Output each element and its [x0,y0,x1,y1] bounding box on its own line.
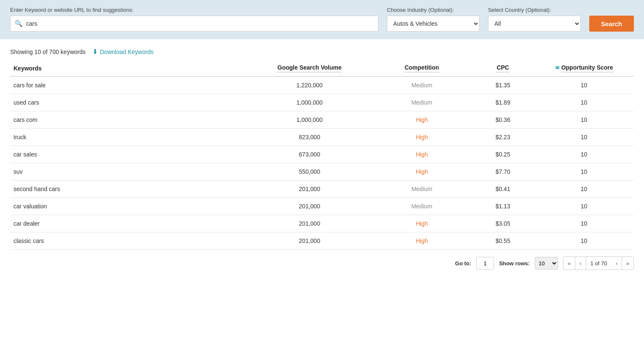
cell-competition: High [372,129,472,146]
table-row: car valuation 201,000 Medium $1.13 10 [10,198,634,215]
cell-volume: 201,000 [247,181,372,198]
show-rows-select[interactable]: 5 10 25 50 100 [535,257,558,270]
cell-competition: High [372,146,472,163]
cell-keyword: car sales [10,146,247,163]
opportunity-wave-icon: ≋ [555,65,560,71]
country-group: Select Country (Optional): All United St… [488,7,581,32]
cell-volume: 1,000,000 [247,111,372,129]
cell-competition: High [372,111,472,129]
cell-competition: Medium [372,76,472,94]
cell-competition: Medium [372,198,472,215]
keyword-input-wrap: 🔍 [10,16,378,32]
search-magnifier-icon: 🔍 [15,20,23,27]
cell-opportunity: 10 [534,232,634,250]
page-nav: « ‹ 1 of 70 › » [563,256,634,270]
table-row: truck 823,000 High $2.23 10 [10,129,634,146]
cell-competition: Medium [372,181,472,198]
cell-opportunity: 10 [534,215,634,232]
cell-keyword: second hand cars [10,181,247,198]
cell-keyword: car valuation [10,198,247,215]
table-row: second hand cars 201,000 Medium $0.41 10 [10,181,634,198]
keyword-field-group: Enter Keyword or website URL to find sug… [10,7,378,32]
table-header-row: Keywords Google Search Volume Competitio… [10,60,634,76]
download-icon: ⬇ [92,48,98,56]
search-bar: Enter Keyword or website URL to find sug… [0,0,644,39]
cell-opportunity: 10 [534,129,634,146]
cell-volume: 1,000,000 [247,94,372,111]
keywords-table: Keywords Google Search Volume Competitio… [10,60,634,250]
keyword-input[interactable] [26,20,374,27]
cell-volume: 201,000 [247,198,372,215]
cell-cpc: $1.35 [472,76,534,94]
cell-keyword: car dealer [10,215,247,232]
table-row: car dealer 201,000 High $3.05 10 [10,215,634,232]
cell-keyword: suv [10,163,247,181]
cell-volume: 823,000 [247,129,372,146]
cell-cpc: $2.23 [472,129,534,146]
cell-cpc: $3.05 [472,215,534,232]
table-row: used cars 1,000,000 Medium $1.89 10 [10,94,634,111]
cell-volume: 1,220,000 [247,76,372,94]
table-row: car sales 673,000 High $0.25 10 [10,146,634,163]
cell-cpc: $0.36 [472,111,534,129]
results-header: Showing 10 of 700 keywords ⬇ Download Ke… [0,39,644,60]
country-select[interactable]: All United States United Kingdom Canada … [488,16,581,32]
goto-label: Go to: [455,260,471,267]
cell-volume: 201,000 [247,232,372,250]
cell-cpc: $0.41 [472,181,534,198]
cell-opportunity: 10 [534,94,634,111]
cell-cpc: $7.70 [472,163,534,181]
download-keywords-link[interactable]: ⬇ Download Keywords [92,48,154,56]
pagination-row: Go to: Show rows: 5 10 25 50 100 « ‹ 1 o… [0,250,644,277]
col-header-competition: Competition [372,60,472,76]
table-row: suv 550,000 High $7.70 10 [10,163,634,181]
prev-page-button[interactable]: ‹ [575,257,586,270]
goto-input[interactable] [476,257,494,270]
industry-group: Choose Industry (Optional): Autos & Vehi… [387,7,480,32]
cell-keyword: classic cars [10,232,247,250]
industry-label: Choose Industry (Optional): [387,7,480,13]
cell-keyword: used cars [10,94,247,111]
cell-opportunity: 10 [534,181,634,198]
cell-opportunity: 10 [534,198,634,215]
download-label: Download Keywords [100,49,154,55]
cell-cpc: $1.89 [472,94,534,111]
cell-opportunity: 10 [534,76,634,94]
cell-competition: High [372,163,472,181]
cell-keyword: cars com [10,111,247,129]
col-header-volume: Google Search Volume [247,60,372,76]
keyword-label: Enter Keyword or website URL to find sug… [10,7,378,13]
showing-text: Showing 10 of 700 keywords [10,49,86,55]
cell-cpc: $1.13 [472,198,534,215]
cell-opportunity: 10 [534,111,634,129]
next-page-button[interactable]: › [611,257,622,270]
cell-opportunity: 10 [534,163,634,181]
cell-opportunity: 10 [534,146,634,163]
cell-competition: Medium [372,94,472,111]
show-rows-label: Show rows: [499,260,530,267]
country-label: Select Country (Optional): [488,7,581,13]
col-header-opportunity: ≋Opportunity Score [534,60,634,76]
cell-competition: High [372,215,472,232]
cell-cpc: $0.25 [472,146,534,163]
table-row: cars for sale 1,220,000 Medium $1.35 10 [10,76,634,94]
cell-competition: High [372,232,472,250]
table-row: classic cars 201,000 High $0.55 10 [10,232,634,250]
cell-keyword: truck [10,129,247,146]
search-button[interactable]: Search [589,16,634,32]
industry-select[interactable]: Autos & Vehicles All Industries Business… [387,16,480,32]
col-header-cpc: CPC [472,60,534,76]
cell-volume: 201,000 [247,215,372,232]
first-page-button[interactable]: « [564,257,575,270]
cell-cpc: $0.55 [472,232,534,250]
cell-keyword: cars for sale [10,76,247,94]
keywords-table-wrap: Keywords Google Search Volume Competitio… [0,60,644,250]
col-header-keyword: Keywords [10,60,247,76]
last-page-button[interactable]: » [622,257,633,270]
cell-volume: 550,000 [247,163,372,181]
cell-volume: 673,000 [247,146,372,163]
page-info: 1 of 70 [586,257,612,270]
table-row: cars com 1,000,000 High $0.36 10 [10,111,634,129]
